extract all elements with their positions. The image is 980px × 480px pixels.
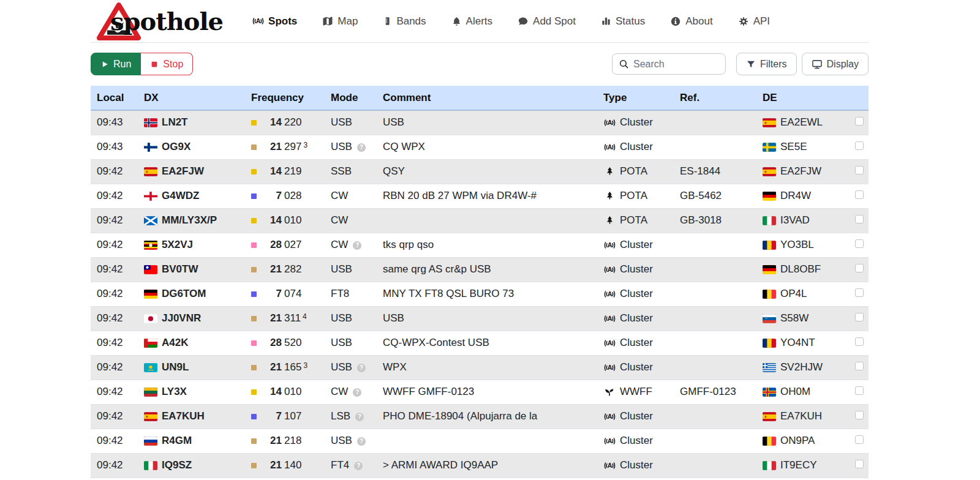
mode-help-icon[interactable]: ? bbox=[353, 388, 361, 397]
mode-help-icon[interactable]: ? bbox=[357, 437, 366, 446]
spot-checkbox[interactable] bbox=[855, 264, 864, 272]
spot-row[interactable]: 09:42BV0TW21282USBsame qrg AS cr&p USBAC… bbox=[91, 257, 869, 282]
col-header-ref[interactable]: Ref. bbox=[674, 86, 756, 110]
nav-item-bands[interactable]: Bands bbox=[383, 15, 426, 28]
spot-row[interactable]: 09:43LN2T14220USBUSBAClusterEA2EWL bbox=[91, 110, 869, 135]
svg-text:A: A bbox=[607, 339, 612, 347]
dx-callsign[interactable]: IQ9SZ bbox=[162, 459, 192, 471]
spot-row[interactable]: 09:42A42K28520USBCQ-WPX-Contest USBAClus… bbox=[91, 331, 869, 355]
spot-row[interactable]: 09:42R4GM21218USB?AClusterON9PA bbox=[91, 429, 869, 453]
nav-item-api[interactable]: API bbox=[738, 15, 770, 28]
run-button[interactable]: Run bbox=[91, 53, 141, 75]
mode-help-icon[interactable]: ? bbox=[355, 413, 364, 421]
nav-item-alerts[interactable]: Alerts bbox=[451, 15, 492, 28]
stop-button[interactable]: Stop bbox=[141, 53, 193, 75]
spot-checkbox[interactable] bbox=[855, 215, 864, 223]
spot-ref[interactable]: GMFF-0123 bbox=[674, 380, 756, 404]
spot-checkbox[interactable] bbox=[855, 362, 864, 370]
de-callsign[interactable]: YO3BL bbox=[780, 239, 814, 251]
de-callsign[interactable]: OP4L bbox=[780, 288, 807, 300]
spot-checkbox[interactable] bbox=[855, 117, 864, 126]
de-callsign[interactable]: EA2EWL bbox=[780, 116, 823, 129]
brand-logo[interactable]: spothole bbox=[91, 2, 223, 41]
spot-row[interactable]: 09:42UN9L211653USB?WPXAClusterSV2HJW bbox=[91, 355, 869, 380]
de-callsign[interactable]: S58W bbox=[780, 312, 809, 324]
spot-type: Cluster bbox=[620, 312, 653, 324]
spot-row[interactable]: 09:42IQ9SZ21140FT4?> ARMI AWARD IQ9AAPAC… bbox=[91, 453, 869, 478]
nav-item-add-spot[interactable]: Add Spot bbox=[518, 15, 576, 28]
spot-checkbox[interactable] bbox=[855, 337, 864, 346]
spot-checkbox[interactable] bbox=[855, 411, 864, 419]
spot-row[interactable]: 09:42EA7KUH7107LSB?PHO DME-18904 (Alpuja… bbox=[91, 404, 869, 429]
mode-help-icon[interactable]: ? bbox=[354, 462, 363, 470]
spot-ref[interactable]: ES-1844 bbox=[674, 159, 756, 184]
spot-row[interactable]: 09:42EA2FJW14219SSBQSYPOTAES-1844EA2FJW bbox=[91, 159, 869, 184]
spot-row[interactable]: 09:425X2VJ28027CW?tks qrp qsoAClusterYO3… bbox=[91, 233, 869, 257]
de-callsign[interactable]: EA7KUH bbox=[780, 410, 822, 422]
de-callsign[interactable]: OH0M bbox=[780, 386, 810, 398]
frequency-khz-decimal: 4 bbox=[303, 312, 307, 325]
spot-checkbox[interactable] bbox=[855, 313, 864, 321]
de-callsign[interactable]: DR4W bbox=[780, 190, 811, 202]
nav-item-map[interactable]: Map bbox=[322, 15, 358, 28]
spot-checkbox[interactable] bbox=[855, 239, 864, 248]
spot-ref[interactable]: GB-5462 bbox=[674, 184, 756, 208]
dx-callsign[interactable]: BV0TW bbox=[162, 263, 198, 276]
spot-row[interactable]: 09:42MM/LY3X/P14010CWPOTAGB-3018I3VAD bbox=[91, 208, 869, 233]
mode-help-icon[interactable]: ? bbox=[357, 364, 366, 372]
dx-callsign[interactable]: OG9X bbox=[162, 141, 190, 153]
spot-checkbox[interactable] bbox=[855, 435, 864, 444]
col-header-comment[interactable]: Comment bbox=[377, 86, 597, 110]
dx-callsign[interactable]: LN2T bbox=[162, 116, 188, 129]
stop-label: Stop bbox=[163, 59, 183, 70]
de-callsign[interactable]: DL8OBF bbox=[780, 263, 821, 276]
nav-item-spots[interactable]: ASpots bbox=[252, 15, 297, 28]
dx-callsign[interactable]: JJ0VNR bbox=[162, 312, 201, 324]
dx-callsign[interactable]: 5X2VJ bbox=[162, 239, 193, 251]
dx-callsign[interactable]: EA2FJW bbox=[162, 165, 204, 178]
display-button[interactable]: Display bbox=[802, 53, 869, 75]
dx-callsign[interactable]: EA7KUH bbox=[162, 410, 205, 422]
col-header-dx[interactable]: DX bbox=[138, 86, 245, 110]
spot-checkbox[interactable] bbox=[855, 460, 864, 468]
dx-callsign[interactable]: R4GM bbox=[162, 435, 192, 447]
mode-help-icon[interactable]: ? bbox=[357, 143, 366, 152]
dx-callsign[interactable]: MM/LY3X/P bbox=[162, 214, 217, 227]
dx-callsign[interactable]: G4WDZ bbox=[162, 190, 199, 202]
de-callsign[interactable]: YO4NT bbox=[780, 337, 815, 349]
dx-callsign[interactable]: UN9L bbox=[162, 361, 189, 373]
dx-callsign[interactable]: LY3X bbox=[162, 386, 187, 398]
nav-item-about[interactable]: About bbox=[670, 15, 712, 28]
frequency-mhz: 21 bbox=[265, 141, 282, 153]
filters-button[interactable]: Filters bbox=[736, 53, 797, 75]
de-callsign[interactable]: SV2HJW bbox=[780, 361, 823, 373]
col-header-type[interactable]: Type bbox=[597, 86, 674, 110]
spot-checkbox[interactable] bbox=[855, 288, 864, 297]
spot-checkbox[interactable] bbox=[855, 190, 864, 199]
dx-callsign[interactable]: A42K bbox=[162, 337, 188, 349]
de-callsign[interactable]: I3VAD bbox=[780, 214, 810, 227]
spot-checkbox[interactable] bbox=[855, 141, 864, 150]
spot-checkbox[interactable] bbox=[855, 386, 864, 395]
band-color-icon bbox=[251, 120, 257, 126]
de-flag-icon bbox=[763, 437, 776, 446]
col-header-de[interactable]: DE bbox=[756, 86, 845, 110]
col-header-mode[interactable]: Mode bbox=[325, 86, 377, 110]
mode-help-icon[interactable]: ? bbox=[353, 241, 361, 250]
de-callsign[interactable]: EA2FJW bbox=[780, 165, 821, 178]
spot-ref[interactable]: GB-3018 bbox=[674, 208, 756, 233]
dx-callsign[interactable]: DG6TOM bbox=[162, 288, 206, 300]
de-callsign[interactable]: ON9PA bbox=[780, 435, 815, 447]
nav-item-status[interactable]: Status bbox=[601, 15, 645, 28]
spot-row[interactable]: 09:42LY3X14010CW?WWFF GMFF-0123WWFFGMFF-… bbox=[91, 380, 869, 404]
gear-icon bbox=[738, 16, 749, 27]
col-header-local[interactable]: Local bbox=[91, 86, 138, 110]
spot-row[interactable]: 09:43OG9X212973USB?CQ WPXAClusterSE5E bbox=[91, 135, 869, 159]
spot-row[interactable]: 09:42G4WDZ7028CWRBN 20 dB 27 WPM via DR4… bbox=[91, 184, 869, 208]
de-callsign[interactable]: SE5E bbox=[780, 141, 807, 153]
spot-row[interactable]: 09:42JJ0VNR213114USBUSBAClusterS58W bbox=[91, 306, 869, 331]
spot-checkbox[interactable] bbox=[855, 166, 864, 174]
spot-row[interactable]: 09:42DG6TOM7074FT8MNY TX FT8 QSL BURO 73… bbox=[91, 282, 869, 306]
col-header-frequency[interactable]: Frequency bbox=[245, 86, 325, 110]
de-callsign[interactable]: IT9ECY bbox=[780, 459, 817, 471]
